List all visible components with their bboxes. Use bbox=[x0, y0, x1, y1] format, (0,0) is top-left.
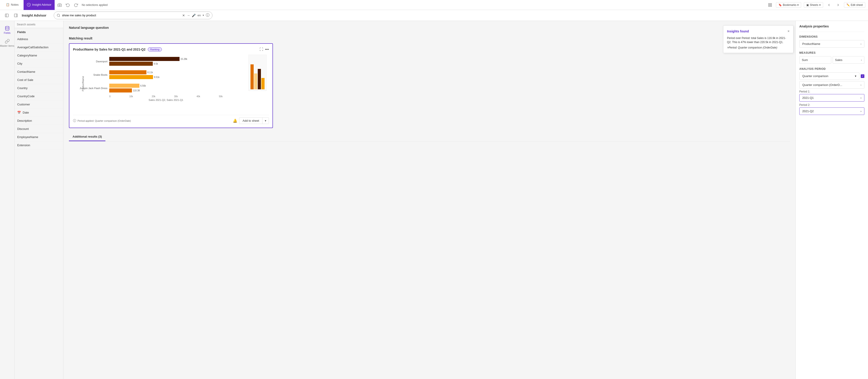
dimensions-label: Dimensions bbox=[799, 35, 864, 38]
dropdown-chevron-icon: ▾ bbox=[855, 74, 857, 78]
grid-icon[interactable] bbox=[767, 2, 773, 8]
notes-label: Notes bbox=[11, 3, 19, 6]
field-item-countrycode[interactable]: CountryCode bbox=[14, 92, 63, 100]
additional-results-tab[interactable]: Additional results (3) bbox=[69, 133, 105, 141]
next-sheet-icon[interactable] bbox=[835, 2, 841, 8]
voice-icon[interactable]: 🎤 bbox=[192, 13, 196, 17]
sheets-button[interactable]: ▣ Sheets ▾ bbox=[804, 2, 823, 8]
analysis-period-dropdown[interactable]: Quarter comparison ▾ bbox=[799, 72, 859, 80]
period2-select[interactable]: 2021-Q2 › bbox=[799, 107, 864, 115]
field-item-description[interactable]: Description bbox=[14, 117, 63, 125]
field-name-employeename: EmployeeName bbox=[17, 135, 38, 139]
svg-rect-8 bbox=[14, 14, 18, 17]
analysis-period-label: Analysis period bbox=[799, 67, 864, 70]
clear-search-icon[interactable]: ✕ bbox=[182, 13, 185, 17]
second-header-title: Insight Advisor bbox=[22, 13, 46, 17]
analysis-period-row: Quarter comparison ▾ ✓ bbox=[799, 72, 864, 80]
dimension-productname[interactable]: ProductName › bbox=[799, 40, 864, 48]
camera-icon[interactable] bbox=[57, 2, 63, 8]
top-bar: 📋 Notes Insight Advisor No selections ap… bbox=[0, 0, 868, 10]
search-bar-icon bbox=[57, 13, 60, 17]
bar-row-snakeboots: Snake Boots 8.11k 9.51k bbox=[109, 70, 246, 79]
field-item-city[interactable]: City bbox=[14, 60, 63, 68]
period-info: ⓘ Period applied: Quarter comparison (Or… bbox=[73, 119, 131, 123]
field-name-costofsale: Cost of Sale bbox=[17, 78, 33, 82]
fields-section-title: Fields bbox=[14, 28, 63, 35]
field-name-countrycode: CountryCode bbox=[17, 95, 35, 98]
add-to-sheet-label[interactable]: Add to sheet bbox=[239, 118, 262, 124]
bookmarks-button[interactable]: 🔖 Bookmarks ▾ bbox=[776, 2, 801, 8]
add-to-sheet-dropdown-icon[interactable]: ▾ bbox=[262, 118, 269, 124]
bar-davenport-1: 15.28k bbox=[109, 57, 246, 61]
edit-sheet-button[interactable]: ✏️ Edit sheet bbox=[844, 2, 865, 8]
quarter-comparison-item[interactable]: Quarter comparison (OrderD... › bbox=[799, 81, 864, 89]
field-name-customer: Customer bbox=[17, 103, 30, 106]
field-item-categoryname[interactable]: CategoryName bbox=[14, 52, 63, 60]
bell-icon[interactable]: 🔔 bbox=[233, 119, 237, 123]
field-item-discount[interactable]: Discount bbox=[14, 125, 63, 133]
period1-select[interactable]: 2021-Q1 › bbox=[799, 94, 864, 101]
svg-rect-5 bbox=[771, 5, 772, 6]
main-layout: Fields Master items Fields Address Avera… bbox=[0, 21, 868, 379]
dimension-chevron-icon: › bbox=[861, 42, 861, 45]
search-assets-input[interactable] bbox=[14, 21, 63, 28]
field-name-contactname: ContactName bbox=[17, 70, 35, 73]
help-icon[interactable]: ⓘ bbox=[206, 13, 210, 18]
matching-result-title: Matching result bbox=[69, 36, 790, 40]
sidebar-toggle-icon[interactable] bbox=[4, 12, 10, 19]
analysis-period-checkbox[interactable]: ✓ bbox=[861, 74, 864, 78]
chart-actions: ⛶ ••• bbox=[259, 48, 269, 52]
bar-fill-davenport-q1 bbox=[109, 62, 153, 66]
field-item-address[interactable]: Address bbox=[14, 35, 63, 43]
tab-insight-advisor[interactable]: Insight Advisor bbox=[24, 0, 55, 10]
field-item-employeename[interactable]: EmployeeName bbox=[14, 133, 63, 141]
quarter-comparison-chevron-icon: › bbox=[861, 83, 861, 87]
svg-rect-2 bbox=[769, 3, 770, 4]
field-item-averagecall[interactable]: AverageCallSatisfaction bbox=[14, 43, 63, 52]
field-item-extension[interactable]: Extension bbox=[14, 141, 63, 149]
sidebar-toggle2-icon[interactable] bbox=[13, 12, 19, 19]
field-item-costofsale[interactable]: Cost of Sale bbox=[14, 76, 63, 84]
lang-selector[interactable]: en bbox=[197, 13, 200, 17]
expand-icon[interactable]: ⛶ bbox=[259, 48, 263, 52]
measure-chevron-icon: › bbox=[861, 58, 862, 62]
field-item-country[interactable]: Country bbox=[14, 84, 63, 92]
insights-link[interactable]: >Period: Quarter comparison (OrderDate) bbox=[727, 46, 789, 49]
insights-close-button[interactable]: × bbox=[787, 29, 789, 33]
sidebar-item-fields[interactable]: Fields bbox=[0, 24, 14, 36]
field-item-customer[interactable]: Customer bbox=[14, 100, 63, 108]
measures-section: Measures Sum Sales › bbox=[799, 51, 864, 64]
lang-chevron-icon[interactable]: ▾ bbox=[203, 14, 204, 17]
dimensions-section: Dimensions ProductName › bbox=[799, 35, 864, 48]
center-content: Natural language question Cancel Matchin… bbox=[63, 21, 796, 379]
redo-icon[interactable] bbox=[73, 2, 79, 8]
field-item-contactname[interactable]: ContactName bbox=[14, 68, 63, 76]
svg-point-1 bbox=[59, 4, 60, 6]
add-to-sheet-btn[interactable]: Add to sheet ▾ bbox=[239, 118, 269, 124]
period2-chevron-icon: › bbox=[861, 109, 861, 113]
tab-notes[interactable]: 📋 Notes bbox=[3, 0, 22, 10]
search-bar[interactable]: ✕ → 🎤 en ▾ ⓘ bbox=[54, 11, 212, 19]
measure-sales-label: Sales bbox=[835, 58, 843, 62]
x-axis-30k: 30k bbox=[174, 95, 178, 98]
chart-header: ProductName by Sales for 2021-Q1 and 202… bbox=[73, 48, 269, 52]
chart-card: ProductName by Sales for 2021-Q1 and 202… bbox=[69, 43, 273, 128]
chart-footer: ⓘ Period applied: Quarter comparison (Or… bbox=[73, 115, 269, 124]
bar-fill-snakeboots-q1 bbox=[109, 75, 153, 79]
top-bar-right: 🔖 Bookmarks ▾ ▣ Sheets ▾ ✏️ Edit sheet bbox=[767, 2, 865, 8]
bar-val-jjfd-q2: 6.56k bbox=[140, 85, 146, 87]
master-items-icon bbox=[5, 39, 10, 44]
sidebar-item-master-items[interactable]: Master items bbox=[0, 36, 14, 50]
search-input[interactable] bbox=[62, 13, 183, 17]
notes-icon: 📋 bbox=[6, 3, 9, 6]
insight-advisor-icon bbox=[27, 3, 31, 7]
field-item-date[interactable]: 📅 Date bbox=[14, 108, 63, 117]
more-options-icon[interactable]: ••• bbox=[265, 48, 269, 52]
prev-sheet-icon[interactable] bbox=[826, 2, 832, 8]
search-submit-icon[interactable]: → bbox=[187, 13, 190, 17]
measure-sales[interactable]: Sales › bbox=[833, 56, 865, 64]
undo-icon[interactable] bbox=[65, 2, 71, 8]
ranking-badge: Ranking bbox=[148, 48, 162, 52]
calendar-icon: 📅 bbox=[17, 111, 21, 114]
measure-sum[interactable]: Sum bbox=[799, 56, 831, 64]
